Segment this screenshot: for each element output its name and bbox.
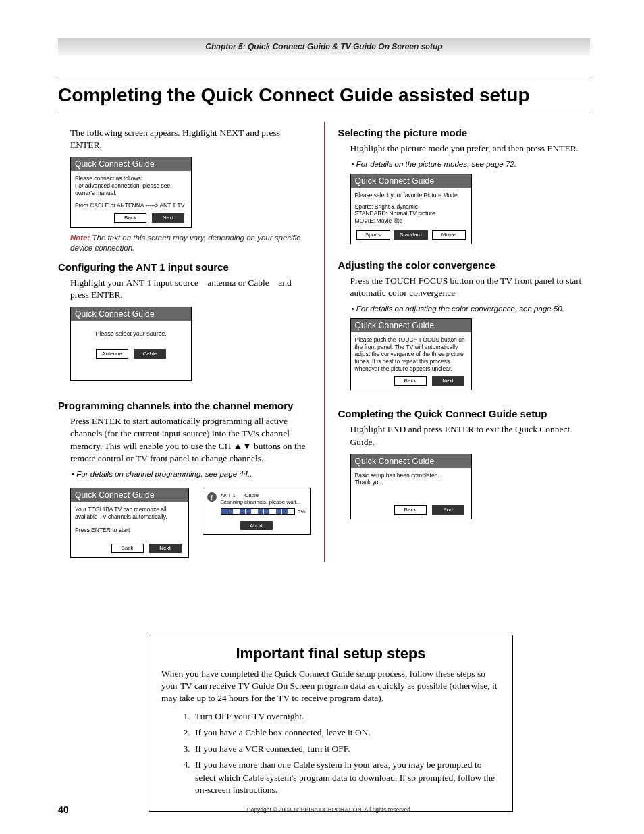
osd-memorize-title: Quick Connect Guide bbox=[71, 488, 188, 502]
intro-text: The following screen appears. Highlight … bbox=[70, 127, 311, 151]
osd-complete-back[interactable]: Back bbox=[394, 505, 427, 515]
osd-picture-standard[interactable]: Standard bbox=[394, 230, 428, 240]
osd-source-cable[interactable]: Cable bbox=[134, 349, 166, 359]
osd-memorize-next[interactable]: Next bbox=[149, 544, 182, 553]
osd-picture-sports[interactable]: Sports bbox=[356, 230, 390, 240]
chapter-header-text: Chapter 5: Quick Connect Guide & TV Guid… bbox=[205, 42, 442, 51]
heading-picture: Selecting the picture mode bbox=[338, 127, 591, 138]
picture-text: Highlight the picture mode you prefer, a… bbox=[350, 142, 591, 155]
left-column: The following screen appears. Highlight … bbox=[58, 122, 311, 562]
osd-source-antenna[interactable]: Antenna bbox=[96, 349, 128, 359]
osd-prog-row: Quick Connect Guide Your TOSHIBA TV can … bbox=[58, 484, 311, 562]
column-divider bbox=[324, 122, 325, 562]
osd-connect-line2: For advanced connection, please see owne… bbox=[75, 182, 187, 197]
color-bullet: For details on adjusting the color conve… bbox=[358, 305, 591, 313]
page-number: 40 bbox=[58, 804, 69, 815]
osd-connect-next[interactable]: Next bbox=[152, 213, 184, 223]
osd-memorize-line1: Your TOSHIBA TV can memorize all availab… bbox=[75, 506, 184, 520]
osd-source-prompt: Please select your source. bbox=[75, 325, 187, 344]
prog-bullet: For details on channel programming, see … bbox=[78, 470, 311, 478]
osd-source-title: Quick Connect Guide bbox=[71, 307, 191, 321]
color-text: Press the TOUCH FOCUS button on the TV f… bbox=[350, 275, 591, 299]
osd-complete-title: Quick Connect Guide bbox=[351, 454, 471, 468]
osd-color-title: Quick Connect Guide bbox=[351, 319, 471, 332]
info-icon: i bbox=[207, 492, 217, 502]
osd-source: Quick Connect Guide Please select your s… bbox=[70, 307, 192, 381]
important-box: Important final setup steps When you hav… bbox=[149, 635, 513, 812]
important-item-4: If you have more than one Cable system i… bbox=[192, 759, 500, 796]
note: Note: The text on this screen may vary, … bbox=[70, 233, 311, 253]
channel-arrows-icon: ▲▼ bbox=[234, 441, 252, 451]
osd-color: Quick Connect Guide Please push the TOUC… bbox=[350, 318, 472, 390]
prog-text: Press ENTER to start automatically progr… bbox=[70, 415, 311, 465]
heading-color: Adjusting the color convergence bbox=[338, 259, 591, 271]
important-list: Turn OFF your TV overnight. If you have … bbox=[192, 710, 500, 796]
osd-picture-line1: Please select your favorite Picture Mode… bbox=[355, 192, 467, 199]
osd-complete-end[interactable]: End bbox=[432, 505, 464, 515]
osd-complete-line1: Basic setup has been completed. bbox=[355, 472, 467, 479]
scan-abort[interactable]: Abort bbox=[240, 521, 273, 530]
osd-memorize-line2: Press ENTER to start bbox=[75, 527, 184, 534]
osd-picture-line3: STANDARD: Normal TV picture bbox=[355, 210, 467, 217]
osd-picture-line4: MOVIE: Movie-like bbox=[355, 217, 467, 225]
scan-progress bbox=[221, 508, 295, 515]
osd-color-back[interactable]: Back bbox=[394, 376, 427, 386]
osd-complete-line2: Thank you. bbox=[355, 479, 467, 486]
osd-memorize: Quick Connect Guide Your TOSHIBA TV can … bbox=[70, 488, 189, 558]
heading-ant: Configuring the ANT 1 input source bbox=[58, 261, 311, 273]
chapter-header: Chapter 5: Quick Connect Guide & TV Guid… bbox=[58, 38, 590, 55]
important-item-2: If you have a Cable box connected, leave… bbox=[192, 727, 500, 739]
osd-memorize-back[interactable]: Back bbox=[111, 544, 144, 553]
important-item-1: Turn OFF your TV overnight. bbox=[192, 710, 500, 723]
ant-text: Highlight your ANT 1 input source—antenn… bbox=[70, 277, 311, 301]
important-intro: When you have completed the Quick Connec… bbox=[161, 668, 500, 705]
note-body: The text on this screen may vary, depend… bbox=[70, 234, 300, 252]
osd-picture-title: Quick Connect Guide bbox=[351, 174, 471, 188]
osd-complete: Quick Connect Guide Basic setup has been… bbox=[350, 454, 472, 519]
content-columns: The following screen appears. Highlight … bbox=[58, 122, 590, 562]
heading-complete: Completing the Quick Connect Guide setup bbox=[338, 408, 591, 419]
right-column: Selecting the picture mode Highlight the… bbox=[338, 122, 591, 562]
page-title: Completing the Quick Connect Guide assis… bbox=[58, 80, 590, 113]
osd-connect: Quick Connect Guide Please connect as fo… bbox=[70, 157, 192, 228]
osd-picture: Quick Connect Guide Please select your f… bbox=[350, 174, 472, 244]
important-title: Important final setup steps bbox=[161, 645, 500, 662]
scan-head1: ANT 1 Cable bbox=[221, 492, 301, 499]
footer: 40 Copyright © 2003 TOSHIBA CORPORATION.… bbox=[58, 804, 590, 815]
scan-pct: 0% bbox=[298, 509, 306, 515]
complete-text: Highlight END and press ENTER to exit th… bbox=[350, 423, 591, 448]
heading-prog: Programming channels into the channel me… bbox=[58, 400, 311, 411]
important-item-3: If you have a VCR connected, turn it OFF… bbox=[192, 743, 500, 755]
osd-color-next[interactable]: Next bbox=[432, 376, 464, 386]
note-label: Note: bbox=[70, 234, 90, 242]
osd-connect-back[interactable]: Back bbox=[114, 213, 146, 223]
osd-scan: i ANT 1 Cable Scanning channels, please … bbox=[203, 488, 311, 535]
osd-connect-line3: From CABLE or ANTENNA -----> ANT 1 TV bbox=[75, 202, 187, 209]
osd-connect-title: Quick Connect Guide bbox=[71, 157, 191, 171]
osd-picture-line2: Sports: Bright & dynamic bbox=[355, 203, 467, 211]
scan-head2: Scanning channels, please wait... bbox=[221, 499, 301, 506]
osd-color-body: Please push the TOUCH FOCUS button on th… bbox=[355, 336, 467, 372]
osd-connect-line1: Please connect as follows: bbox=[75, 175, 187, 182]
osd-picture-movie[interactable]: Movie bbox=[432, 230, 466, 240]
copyright: Copyright © 2003 TOSHIBA CORPORATION. Al… bbox=[69, 806, 590, 813]
picture-bullet: For details on the picture modes, see pa… bbox=[358, 160, 591, 168]
